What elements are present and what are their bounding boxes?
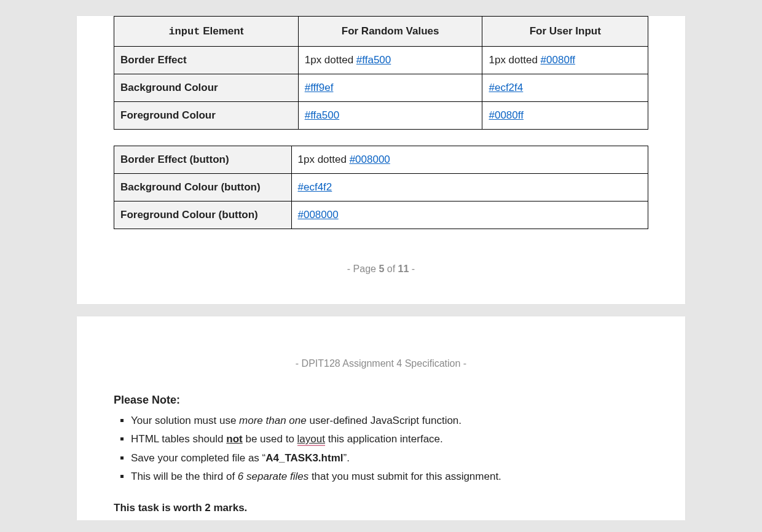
notes-list: Your solution must use more than one use… <box>114 412 648 486</box>
row-label: Background Colour <box>114 74 299 102</box>
table-cell: #0080ff <box>482 102 648 130</box>
list-item: Your solution must use more than one use… <box>131 412 648 430</box>
spec-table-2: Border Effect (button) 1px dotted #00800… <box>114 146 648 229</box>
footer-page-num: 5 <box>379 264 384 274</box>
list-item: HTML tables should not be used to layout… <box>131 430 648 448</box>
footer-of: of <box>384 264 398 274</box>
code-text: input <box>168 26 200 37</box>
table-row: Border Effect (button) 1px dotted #00800… <box>114 146 648 174</box>
table-cell: #ecf4f2 <box>291 174 648 201</box>
row-label: Background Colour (button) <box>114 174 292 201</box>
color-link[interactable]: #ffa500 <box>356 54 391 66</box>
color-link[interactable]: #008000 <box>350 154 390 165</box>
table-cell: #ffa500 <box>298 102 482 130</box>
notes-title: Please Note: <box>114 394 648 407</box>
bold-underline-text: not <box>226 433 242 445</box>
table-row: Foreground Colour #ffa500 #0080ff <box>114 102 648 130</box>
color-link[interactable]: #0080ff <box>489 109 523 121</box>
text: HTML tables should <box>131 433 226 445</box>
text: this application interface. <box>325 433 443 445</box>
text: be used to <box>243 433 297 445</box>
page-footer: - Page 5 of 11 - <box>114 229 648 304</box>
bold-text: A4_TASK3.html <box>265 452 343 464</box>
color-link[interactable]: #fff9ef <box>305 82 334 93</box>
table-cell: 1px dotted #ffa500 <box>298 47 482 74</box>
cell-prefix: 1px dotted <box>489 54 540 66</box>
row-label: Border Effect <box>114 47 299 74</box>
spec-table-1: input Element For Random Values For User… <box>114 16 648 130</box>
text: user-defined JavaScript function. <box>307 415 462 426</box>
row-label: Foreground Colour (button) <box>114 201 292 229</box>
table-cell: 1px dotted #008000 <box>291 146 648 174</box>
text: This will be the third of <box>131 471 238 482</box>
table-cell: 1px dotted #0080ff <box>482 47 648 74</box>
page-header: - DPIT128 Assignment 4 Specification - <box>114 316 648 394</box>
list-item: This will be the third of 6 separate fil… <box>131 467 648 486</box>
document-page: - DPIT128 Assignment 4 Specification - P… <box>77 316 685 520</box>
document-page: input Element For Random Values For User… <box>77 16 685 304</box>
header-text: Element <box>200 25 243 37</box>
color-link[interactable]: #ecf4f2 <box>298 181 332 193</box>
color-link[interactable]: #0080ff <box>541 54 575 66</box>
italic-text: more than one <box>239 415 307 426</box>
table-cell: #ecf2f4 <box>482 74 648 102</box>
color-link[interactable]: #ffa500 <box>305 109 339 121</box>
table-row: Background Colour #fff9ef #ecf2f4 <box>114 74 648 102</box>
table-cell: #fff9ef <box>298 74 482 102</box>
text: that you must submit for this assignment… <box>308 471 501 482</box>
italic-text: 6 separate files <box>238 471 308 482</box>
table-row: Foreground Colour (button) #008000 <box>114 201 648 229</box>
worth-text: This task is worth 2 marks. <box>114 502 648 514</box>
table-header-cell: input Element <box>114 17 299 47</box>
footer-suffix: - <box>409 264 415 274</box>
footer-prefix: - Page <box>347 264 379 274</box>
list-item: Save your completed file as “A4_TASK3.ht… <box>131 449 648 467</box>
text: ”. <box>343 452 349 464</box>
footer-total: 11 <box>398 264 409 274</box>
spellcheck-text: layout <box>297 433 325 446</box>
cell-prefix: 1px dotted <box>298 154 350 165</box>
row-label: Border Effect (button) <box>114 146 292 174</box>
table-row: Border Effect 1px dotted #ffa500 1px dot… <box>114 47 648 74</box>
table-header-cell: For Random Values <box>298 17 482 47</box>
color-link[interactable]: #ecf2f4 <box>489 82 523 93</box>
cell-prefix: 1px dotted <box>305 54 356 66</box>
text: Your solution must use <box>131 415 239 426</box>
table-row: Background Colour (button) #ecf4f2 <box>114 174 648 201</box>
row-label: Foreground Colour <box>114 102 299 130</box>
table-header-cell: For User Input <box>482 17 648 47</box>
table-cell: #008000 <box>291 201 648 229</box>
text: Save your completed file as “ <box>131 452 265 464</box>
color-link[interactable]: #008000 <box>298 209 339 221</box>
table-header-row: input Element For Random Values For User… <box>114 17 648 47</box>
